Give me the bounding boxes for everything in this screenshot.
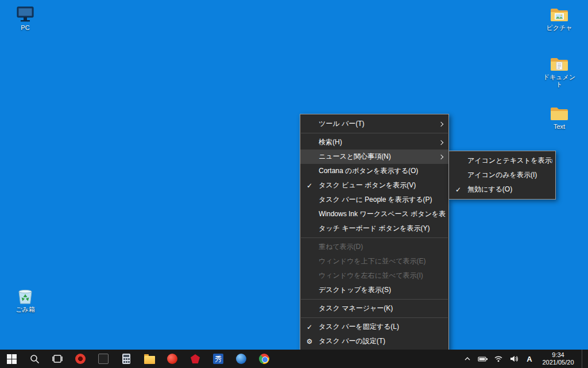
red-ring-app-icon xyxy=(75,354,86,364)
checkmark-icon: ✓ xyxy=(300,323,319,331)
menu-item-label: タスク マネージャー(K) xyxy=(319,304,446,313)
system-tray: A 9:34 2021/05/20 xyxy=(459,350,588,368)
context-menu-item-6[interactable]: タスク バーに People を表示する(P) xyxy=(300,193,448,207)
context-menu-item-10: 重ねて表示(D) xyxy=(300,240,448,254)
menu-item-label: タスク バーの設定(T) xyxy=(319,336,446,346)
context-menu-item-2[interactable]: 検索(H) xyxy=(300,135,448,150)
volume-indicator[interactable] xyxy=(509,354,519,364)
desktop-icon-label: ドキュメント xyxy=(541,74,578,89)
menu-item-label: タッチ キーボード ボタンを表示(Y) xyxy=(319,224,446,233)
recycle-bin-icon xyxy=(15,286,36,305)
pictures-folder-icon xyxy=(549,5,570,23)
taskbar-calculator-button[interactable] xyxy=(115,350,138,368)
menu-item-label: デスクトップを表示(S) xyxy=(319,285,446,295)
battery-indicator[interactable] xyxy=(478,354,488,364)
red-swirl-app-icon xyxy=(167,354,177,364)
chevron-up-icon xyxy=(464,355,471,362)
context-menu-item-11: ウィンドウを上下に並べて表示(E) xyxy=(300,254,448,269)
menu-item-label: タスク バーを固定する(L) xyxy=(319,322,446,332)
menu-item-label: 無効にする(O) xyxy=(467,185,552,194)
documents-folder-icon xyxy=(549,54,570,72)
menu-separator xyxy=(301,299,448,300)
context-menu-item-15[interactable]: タスク マネージャー(K) xyxy=(300,301,448,316)
task-view-icon xyxy=(52,354,63,363)
context-menu-item-12: ウィンドウを左右に並べて表示(I) xyxy=(300,269,448,283)
context-menu-item-13[interactable]: デスクトップを表示(S) xyxy=(300,283,448,297)
context-menu-item-0[interactable]: ツール バー(T) xyxy=(300,117,448,131)
desktop-icon-label: ごみ箱 xyxy=(16,306,35,313)
checkmark-icon: ✓ xyxy=(300,182,319,190)
show-desktop-button[interactable] xyxy=(582,350,585,368)
network-indicator[interactable] xyxy=(493,354,504,364)
taskbar-chrome-button[interactable] xyxy=(253,350,276,368)
pc-monitor-icon xyxy=(15,5,36,23)
context-menu-item-5[interactable]: ✓タスク ビュー ボタンを表示(V) xyxy=(300,178,448,193)
taskbar-context-menu: ツール バー(T)検索(H)ニュースと関心事項(N)Cortana のボタンを表… xyxy=(300,114,449,351)
context-menu-item-17[interactable]: ✓タスク バーを固定する(L) xyxy=(300,320,448,334)
menu-item-label: Windows Ink ワークスペース ボタンを表示(W) xyxy=(319,209,446,219)
checkmark-icon: ✓ xyxy=(449,186,467,194)
desktop-icon-label: ピクチャ xyxy=(546,24,572,32)
desktop-icon-documents[interactable]: ドキュメント xyxy=(541,54,578,89)
news-submenu-item-1[interactable]: アイコンのみを表示(I) xyxy=(449,168,555,182)
volume-icon xyxy=(509,354,519,363)
blue-sphere-app-icon xyxy=(236,354,246,364)
menu-item-label: タスク ビュー ボタンを表示(V) xyxy=(319,181,446,190)
menu-item-label: ツール バー(T) xyxy=(319,119,438,129)
menu-separator xyxy=(301,133,448,133)
menu-item-label: タスク バーに People を表示する(P) xyxy=(319,195,446,205)
file-explorer-icon xyxy=(144,356,155,364)
desktop-icon-pc[interactable]: PC xyxy=(7,5,44,32)
taskbar-blue-glyph-app-button[interactable]: 秀 xyxy=(207,350,230,368)
windows-logo-icon xyxy=(7,354,17,364)
context-menu-item-3[interactable]: ニュースと関心事項(N) xyxy=(300,150,448,164)
menu-item-label: アイコンとテキストを表示(T) xyxy=(467,156,552,166)
taskbar-file-explorer-button[interactable] xyxy=(138,350,161,368)
taskbar-blue-sphere-app-button[interactable] xyxy=(230,350,253,368)
menu-separator xyxy=(301,317,448,318)
dark-app-icon xyxy=(98,354,109,364)
submenu-arrow-icon xyxy=(438,120,446,128)
search-icon xyxy=(30,354,40,364)
folder-icon xyxy=(549,103,570,122)
context-menu-item-18[interactable]: ⚙タスク バーの設定(T) xyxy=(300,334,448,348)
news-submenu-item-0[interactable]: アイコンとテキストを表示(T) xyxy=(449,154,555,168)
gear-icon: ⚙ xyxy=(300,338,319,346)
context-menu-item-4[interactable]: Cortana のボタンを表示する(O) xyxy=(300,164,448,178)
taskbar-clock[interactable]: 9:34 2021/05/20 xyxy=(540,351,577,366)
menu-item-label: Cortana のボタンを表示する(O) xyxy=(319,166,446,176)
task-view-button[interactable] xyxy=(46,350,69,368)
chrome-icon xyxy=(259,354,269,364)
desktop-icon-pictures[interactable]: ピクチャ xyxy=(541,5,578,32)
ime-mode-indicator[interactable]: A xyxy=(524,355,535,363)
battery-icon xyxy=(478,354,488,363)
news-submenu-item-2[interactable]: ✓無効にする(O) xyxy=(449,182,555,197)
desktop: PC ピクチャ ドキュメント xyxy=(0,0,588,368)
taskbar: 秀 xyxy=(0,350,588,368)
desktop-icon-recycle-bin[interactable]: ごみ箱 xyxy=(7,286,44,313)
submenu-arrow-icon xyxy=(438,153,446,161)
desktop-icon-label: PC xyxy=(21,24,29,32)
clock-time: 9:34 xyxy=(540,351,577,359)
news-and-interests-submenu: アイコンとテキストを表示(T)アイコンのみを表示(I)✓無効にする(O) xyxy=(448,151,556,200)
menu-item-label: アイコンのみを表示(I) xyxy=(467,170,552,180)
calculator-icon xyxy=(122,354,130,364)
menu-item-label: ウィンドウを上下に並べて表示(E) xyxy=(319,256,446,266)
taskbar-dark-app-button[interactable] xyxy=(92,350,115,368)
red-badge-app-icon xyxy=(191,354,200,363)
taskbar-red-swirl-app-button[interactable] xyxy=(161,350,184,368)
blue-glyph-app-icon: 秀 xyxy=(213,354,223,364)
taskbar-red-ring-app-button[interactable] xyxy=(69,350,92,368)
context-menu-item-8[interactable]: タッチ キーボード ボタンを表示(Y) xyxy=(300,221,448,236)
desktop-icon-text-folder[interactable]: Text xyxy=(541,103,578,131)
taskbar-red-badge-app-button[interactable] xyxy=(184,350,207,368)
start-button[interactable] xyxy=(0,350,23,368)
taskbar-search-button[interactable] xyxy=(23,350,46,368)
network-icon xyxy=(494,354,503,363)
submenu-arrow-icon xyxy=(438,139,446,147)
menu-item-label: 検索(H) xyxy=(319,137,438,147)
hidden-icons-button[interactable] xyxy=(462,354,473,364)
context-menu-item-7[interactable]: Windows Ink ワークスペース ボタンを表示(W) xyxy=(300,207,448,221)
menu-separator xyxy=(301,237,448,238)
clock-date: 2021/05/20 xyxy=(540,359,577,366)
